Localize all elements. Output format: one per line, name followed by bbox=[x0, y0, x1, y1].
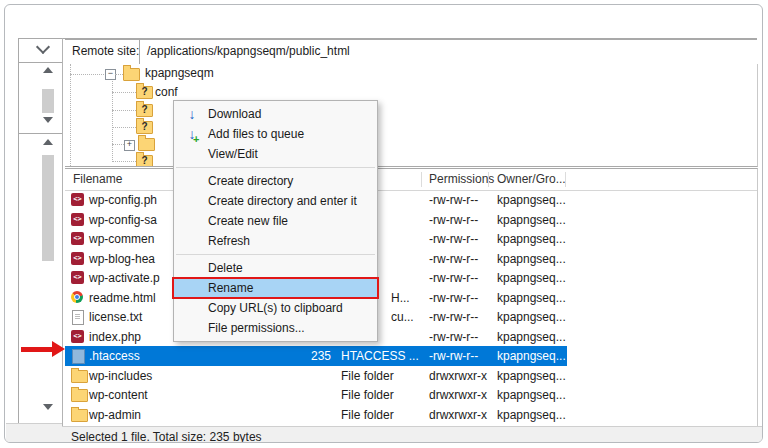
remote-site-path: /applications/kpapngseqm/public_html bbox=[147, 44, 350, 58]
folder-icon bbox=[71, 409, 88, 422]
column-header-permissions[interactable]: Permissions bbox=[429, 172, 494, 186]
scroll-up-icon[interactable] bbox=[43, 139, 53, 145]
scroll-down-icon[interactable] bbox=[43, 404, 53, 410]
remote-site-bar: Remote site: /applications/kpapngseqm/pu… bbox=[65, 39, 757, 65]
file-row[interactable]: readme.htmlH...-rw-rw-r--kpapngseq... bbox=[65, 288, 755, 308]
left-pane-row-border bbox=[19, 62, 62, 63]
tree-line bbox=[112, 161, 136, 162]
file-owner-group: kpapngseq... bbox=[497, 388, 573, 402]
file-permissions: -rw-rw-r-- bbox=[429, 193, 478, 207]
file-row[interactable]: wp-activate.p-rw-rw-r--kpapngseq... bbox=[65, 268, 755, 288]
column-divider[interactable] bbox=[421, 172, 422, 187]
file-permissions: -rw-rw-r-- bbox=[429, 252, 478, 266]
file-name: wp-admin bbox=[89, 408, 141, 422]
menu-item-label: Rename bbox=[208, 281, 253, 295]
menu-item-refresh[interactable]: Refresh bbox=[174, 231, 377, 251]
tree-item[interactable]: conf bbox=[105, 84, 231, 101]
menu-item-label: Create directory bbox=[208, 174, 293, 188]
file-owner-group: kpapngseq... bbox=[497, 213, 573, 227]
file-permissions: drwxrwxr-x bbox=[429, 369, 487, 383]
file-owner-group: kpapngseq... bbox=[497, 369, 573, 383]
file-name: .htaccess bbox=[89, 349, 140, 363]
menu-item-rename[interactable]: Rename bbox=[174, 278, 377, 298]
expand-icon[interactable]: + bbox=[124, 140, 135, 151]
file-row[interactable]: wp-adminFile folderdrwxrwxr-xkpapngseq..… bbox=[65, 405, 755, 425]
download-icon: ↓ bbox=[182, 104, 202, 124]
app-window: Remote site: /applications/kpapngseqm/pu… bbox=[4, 4, 763, 443]
file-owner-group: kpapngseq... bbox=[497, 271, 573, 285]
column-header-owner-group[interactable]: Owner/Gro... bbox=[497, 172, 566, 186]
chrome-icon bbox=[71, 291, 83, 303]
menu-item-label: Refresh bbox=[208, 234, 250, 248]
menu-item-label: Delete bbox=[208, 261, 243, 275]
file-name: readme.html bbox=[89, 291, 156, 305]
folder-icon bbox=[136, 104, 153, 117]
status-bar: Selected 1 file. Total size: 235 bytes bbox=[62, 426, 763, 443]
file-row[interactable]: index.php-rw-rw-r--kpapngseq... bbox=[65, 327, 755, 347]
annotation-arrow bbox=[21, 347, 52, 352]
file-name: wp-content bbox=[89, 388, 148, 402]
column-divider[interactable] bbox=[488, 172, 489, 187]
file-owner-group: kpapngseq... bbox=[497, 408, 573, 422]
menu-item-create-directory-and-enter-it[interactable]: Create directory and enter it bbox=[174, 191, 377, 211]
file-permissions: -rw-rw-r-- bbox=[429, 271, 478, 285]
menu-item-create-directory[interactable]: Create directory bbox=[174, 171, 377, 191]
file-owner-group: kpapngseq... bbox=[497, 291, 573, 305]
file-owner-group: kpapngseq... bbox=[497, 330, 573, 344]
file-name: wp-config.ph bbox=[89, 193, 157, 207]
file-permissions: -rw-rw-r-- bbox=[429, 330, 478, 344]
folder-icon bbox=[71, 370, 88, 383]
left-pane-edge bbox=[18, 38, 19, 423]
pane-splitter[interactable] bbox=[62, 38, 63, 426]
file-row[interactable]: wp-blog-hea-rw-rw-r--kpapngseq... bbox=[65, 249, 755, 269]
file-row[interactable]: .htaccess235HTACCESS ...-rw-rw-r--kpapng… bbox=[65, 346, 567, 366]
tree-line bbox=[112, 127, 136, 128]
file-row[interactable]: wp-contentFile folderdrwxrwxr-xkpapngseq… bbox=[65, 385, 755, 405]
tree-line bbox=[112, 92, 136, 93]
menu-separator bbox=[176, 167, 375, 168]
file-row[interactable]: wp-config-sa-rw-rw-r--kpapngseq... bbox=[65, 210, 755, 230]
remote-site-input[interactable]: /applications/kpapngseqm/public_html bbox=[139, 40, 757, 64]
file-row[interactable]: wp-includesFile folderdrwxrwxr-xkpapngse… bbox=[65, 366, 755, 386]
file-permissions: -rw-rw-r-- bbox=[429, 213, 478, 227]
menu-item-label: File permissions... bbox=[208, 321, 305, 335]
file-owner-group: kpapngseq... bbox=[497, 252, 573, 266]
file-row[interactable]: wp-commen-rw-rw-r--kpapngseq... bbox=[65, 229, 755, 249]
file-name: wp-blog-hea bbox=[89, 252, 155, 266]
file-permissions: drwxrwxr-x bbox=[429, 388, 487, 402]
scrollbar-thumb[interactable] bbox=[42, 155, 54, 261]
file-row[interactable]: license.txtcu...-rw-rw-r--kpapngseq... bbox=[65, 307, 755, 327]
blue-file-icon bbox=[72, 349, 85, 364]
menu-item-create-new-file[interactable]: Create new file bbox=[174, 211, 377, 231]
file-name: index.php bbox=[89, 330, 141, 344]
chevron-down-icon[interactable] bbox=[36, 40, 50, 54]
file-list-header: Filename Permissions Owner/Gro... bbox=[65, 169, 757, 191]
menu-item-copy-url-s-to-clipboard[interactable]: Copy URL(s) to clipboard bbox=[174, 298, 377, 318]
scroll-up-icon[interactable] bbox=[43, 67, 53, 73]
column-header-filename[interactable]: Filename bbox=[73, 172, 122, 186]
file-name: wp-config-sa bbox=[89, 213, 157, 227]
file-name: wp-activate.p bbox=[89, 271, 160, 285]
php-file-icon bbox=[71, 252, 84, 265]
file-row[interactable]: wp-config.ph-rw-rw-r--kpapngseq... bbox=[65, 190, 755, 210]
scroll-down-icon[interactable] bbox=[43, 117, 53, 123]
menu-item-view-edit[interactable]: View/Edit bbox=[174, 144, 377, 164]
php-file-icon bbox=[71, 213, 84, 226]
file-name: wp-includes bbox=[89, 369, 152, 383]
php-file-icon bbox=[71, 193, 84, 206]
file-permissions: -rw-rw-r-- bbox=[429, 291, 478, 305]
menu-item-download[interactable]: ↓Download bbox=[174, 104, 377, 124]
column-divider[interactable] bbox=[565, 172, 566, 187]
menu-item-label: Create directory and enter it bbox=[208, 194, 357, 208]
context-menu: ↓Download↓Add files to queueView/EditCre… bbox=[173, 100, 378, 342]
php-file-icon bbox=[71, 271, 84, 284]
menu-item-label: Download bbox=[208, 107, 261, 121]
tree-line bbox=[115, 74, 123, 75]
file-permissions: -rw-rw-r-- bbox=[429, 232, 478, 246]
file-owner-group: kpapngseq... bbox=[497, 232, 573, 246]
menu-item-add-files-to-queue[interactable]: ↓Add files to queue bbox=[174, 124, 377, 144]
tree-item-root[interactable]: − kpapngseqm bbox=[105, 66, 245, 83]
menu-item-delete[interactable]: Delete bbox=[174, 258, 377, 278]
scrollbar-thumb[interactable] bbox=[42, 89, 54, 113]
menu-item-file-permissions[interactable]: File permissions... bbox=[174, 318, 377, 338]
